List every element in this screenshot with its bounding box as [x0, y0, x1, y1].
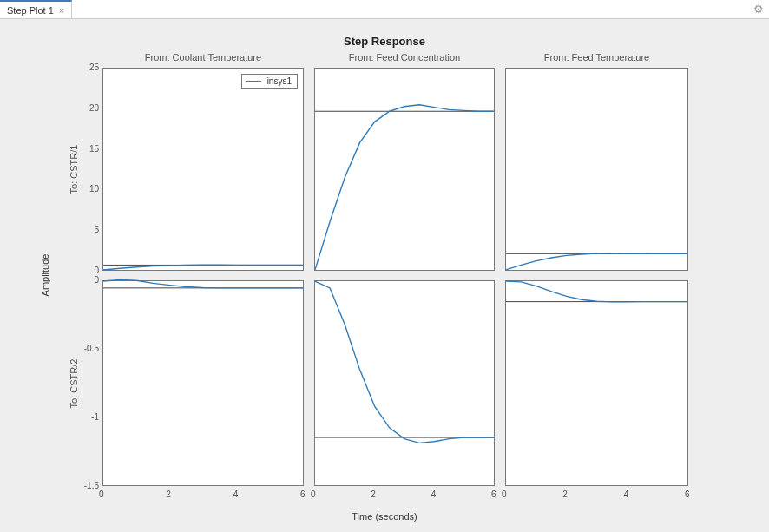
- chart-panel: [314, 68, 495, 271]
- column-title: From: Feed Temperature: [505, 52, 688, 62]
- x-tick-label: 4: [431, 489, 437, 499]
- x-tick-label: 0: [502, 489, 507, 499]
- y-axis-label: Amplitude: [40, 254, 50, 297]
- x-tick-label: 2: [371, 489, 376, 499]
- row-label: To: CSTR/1: [69, 145, 79, 194]
- y-tick-label: -1: [91, 412, 99, 422]
- x-tick-label: 0: [311, 489, 316, 499]
- tab-bar: Step Plot 1 × ⚙: [0, 0, 769, 19]
- y-tick-label: 25: [89, 62, 99, 72]
- gear-icon[interactable]: ⚙: [753, 3, 764, 16]
- chart-panel: linsys1: [102, 68, 304, 271]
- x-tick-label: 2: [166, 489, 171, 499]
- x-tick-label: 2: [562, 489, 568, 499]
- x-tick-label: 0: [99, 489, 104, 499]
- column-title: From: Feed Concentration: [314, 52, 495, 62]
- x-tick-label: 4: [233, 489, 239, 499]
- y-tick-label: 10: [89, 184, 99, 194]
- y-tick-label: -0.5: [84, 344, 99, 353]
- legend: linsys1: [241, 74, 298, 89]
- tab-label: Step Plot 1: [7, 5, 54, 16]
- row-label: To: CSTR/2: [69, 358, 79, 408]
- legend-swatch: [246, 81, 261, 82]
- tab-step-plot-1[interactable]: Step Plot 1 ×: [0, 0, 72, 18]
- legend-label: linsys1: [265, 76, 292, 86]
- y-tick-label: 5: [94, 225, 99, 234]
- y-tick-label: 0: [94, 275, 99, 285]
- chart-title: Step Response: [0, 35, 769, 48]
- column-title: From: Coolant Temperature: [102, 52, 304, 62]
- y-tick-label: 15: [89, 144, 99, 154]
- figure-area: Step Response Amplitude Time (seconds) F…: [0, 19, 769, 532]
- y-tick-label: -1.5: [84, 481, 99, 490]
- close-icon[interactable]: ×: [59, 5, 64, 16]
- chart-panel: [505, 68, 688, 271]
- y-tick-label: 20: [89, 103, 99, 113]
- chart-panel: [505, 280, 688, 486]
- chart-panel: [314, 280, 495, 486]
- x-tick-label: 6: [685, 489, 690, 499]
- x-axis-label: Time (seconds): [0, 511, 769, 522]
- y-tick-label: 0: [94, 266, 99, 275]
- chart-panel: [102, 280, 304, 486]
- x-tick-label: 6: [300, 489, 306, 499]
- x-tick-label: 6: [491, 489, 496, 499]
- x-tick-label: 4: [624, 489, 629, 499]
